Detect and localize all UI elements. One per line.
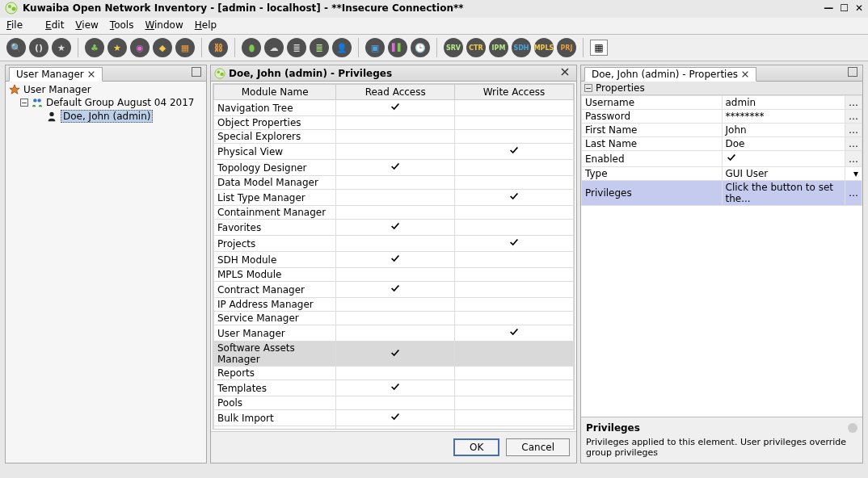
panel-minimize-icon[interactable]	[190, 67, 203, 79]
cancel-button[interactable]: Cancel	[506, 438, 570, 456]
write-checkbox[interactable]	[455, 426, 574, 430]
tool-barchart-icon[interactable]: ▌▌	[388, 38, 407, 57]
prop-lastname[interactable]: Last NameDoe…	[582, 137, 862, 151]
table-row[interactable]: Contract Manager	[214, 282, 574, 298]
write-checkbox[interactable]	[455, 380, 574, 396]
write-checkbox[interactable]	[455, 325, 574, 342]
prop-type[interactable]: TypeGUI User▾	[582, 167, 862, 181]
table-row[interactable]: Pools	[214, 396, 574, 410]
close-icon[interactable]	[87, 70, 95, 78]
table-row[interactable]: Containment Manager	[214, 206, 574, 220]
menu-help[interactable]: Help	[195, 19, 217, 31]
write-checkbox[interactable]	[455, 236, 574, 252]
tool-ipm-icon[interactable]: IPM	[489, 38, 508, 57]
write-checkbox[interactable]	[455, 312, 574, 325]
read-checkbox[interactable]	[336, 298, 455, 312]
write-checkbox[interactable]	[455, 342, 574, 367]
panel-minimize-icon[interactable]	[846, 67, 859, 79]
tool-topology-icon[interactable]: ⛓	[209, 38, 228, 57]
write-checkbox[interactable]	[455, 220, 574, 236]
tool-prj-icon[interactable]: PRJ	[557, 38, 576, 57]
read-checkbox[interactable]	[336, 190, 455, 206]
edit-button[interactable]: …	[845, 96, 862, 110]
tool-reload-icon[interactable]: ()	[29, 38, 48, 57]
window-close-button[interactable]: ✕	[855, 2, 863, 14]
table-row[interactable]: Favorites	[214, 220, 574, 236]
tool-list-icon[interactable]: ≣	[287, 38, 306, 57]
prop-enabled[interactable]: Enabled…	[582, 151, 862, 167]
read-checkbox[interactable]	[336, 312, 455, 325]
tool-tree-icon[interactable]: ♣	[85, 38, 104, 57]
read-checkbox[interactable]	[336, 144, 455, 160]
read-checkbox[interactable]	[336, 220, 455, 236]
menu-view[interactable]: View	[75, 19, 98, 31]
window-minimize-button[interactable]: —	[824, 2, 833, 14]
write-checkbox[interactable]	[455, 206, 574, 220]
properties-tab[interactable]: Doe, John (admin) - Properties	[584, 67, 756, 82]
write-checkbox[interactable]	[455, 396, 574, 410]
read-checkbox[interactable]	[336, 252, 455, 268]
tree-user-row[interactable]: Doe, John (admin)	[9, 109, 203, 124]
table-row[interactable]: IP Address Manager	[214, 298, 574, 312]
read-checkbox[interactable]	[336, 116, 455, 130]
read-checkbox[interactable]	[336, 396, 455, 410]
edit-button[interactable]: …	[845, 137, 862, 151]
table-row[interactable]: Object Properties	[214, 116, 574, 130]
write-checkbox[interactable]	[455, 176, 574, 190]
table-row[interactable]: MPLS Module	[214, 268, 574, 282]
write-checkbox[interactable]	[455, 100, 574, 116]
read-checkbox[interactable]	[336, 282, 455, 298]
table-row[interactable]: Audit Trail	[214, 426, 574, 430]
col-read[interactable]: Read Access	[336, 85, 455, 100]
table-row[interactable]: Software Assets Manager	[214, 342, 574, 367]
tree-root[interactable]: User Manager	[9, 83, 203, 96]
tree-collapse-icon[interactable]: −	[20, 99, 28, 107]
tool-calendar-icon[interactable]: ▦	[590, 40, 608, 56]
tool-diamond-icon[interactable]: ◆	[153, 38, 172, 57]
read-checkbox[interactable]	[336, 206, 455, 220]
read-checkbox[interactable]	[336, 176, 455, 190]
table-row[interactable]: SDH Module	[214, 252, 574, 268]
dialog-close-button[interactable]	[557, 67, 573, 79]
read-checkbox[interactable]	[336, 160, 455, 176]
check-icon[interactable]	[726, 152, 737, 163]
write-checkbox[interactable]	[455, 190, 574, 206]
menu-window[interactable]: Window	[145, 19, 183, 31]
write-checkbox[interactable]	[455, 282, 574, 298]
read-checkbox[interactable]	[336, 268, 455, 282]
write-checkbox[interactable]	[455, 160, 574, 176]
read-checkbox[interactable]	[336, 367, 455, 380]
write-checkbox[interactable]	[455, 252, 574, 268]
read-checkbox[interactable]	[336, 236, 455, 252]
dropdown-icon[interactable]: ▾	[845, 167, 862, 181]
edit-button[interactable]: …	[845, 181, 862, 206]
tool-weather-icon[interactable]: ☁	[264, 38, 284, 57]
read-checkbox[interactable]	[336, 100, 455, 116]
table-row[interactable]: Navigation Tree	[214, 100, 574, 116]
close-icon[interactable]	[741, 70, 749, 78]
tool-chip-icon[interactable]: ▣	[365, 38, 385, 57]
write-checkbox[interactable]	[455, 144, 574, 160]
read-checkbox[interactable]	[336, 342, 455, 367]
menu-tools[interactable]: Tools	[110, 19, 134, 31]
read-checkbox[interactable]	[336, 325, 455, 342]
section-collapse-icon[interactable]: −	[584, 84, 592, 92]
col-module[interactable]: Module Name	[214, 85, 336, 100]
write-checkbox[interactable]	[455, 367, 574, 380]
menu-file[interactable]: File	[6, 19, 34, 31]
prop-privileges[interactable]: PrivilegesClick the button to set the...…	[582, 181, 862, 206]
tool-clock-icon[interactable]: 🕒	[411, 38, 430, 57]
menu-edit[interactable]: Edit	[45, 19, 64, 31]
user-manager-tab[interactable]: User Manager	[9, 67, 103, 82]
tree-group[interactable]: − Default Group August 04 2017	[9, 96, 203, 109]
tool-db-icon[interactable]: ⬮	[242, 38, 261, 57]
prop-password[interactable]: Password********…	[582, 110, 862, 124]
table-row[interactable]: Templates	[214, 380, 574, 396]
tool-star-icon[interactable]: ★	[107, 38, 127, 57]
table-row[interactable]: Special Explorers	[214, 130, 574, 144]
write-checkbox[interactable]	[455, 298, 574, 312]
tool-favorite-icon[interactable]: ★	[52, 38, 71, 57]
tool-user-icon[interactable]: 👤	[332, 38, 352, 57]
read-checkbox[interactable]	[336, 410, 455, 426]
table-row[interactable]: Service Manager	[214, 312, 574, 325]
